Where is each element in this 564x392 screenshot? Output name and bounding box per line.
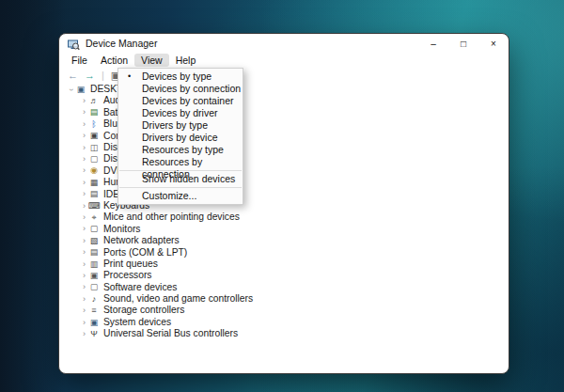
- view-menu-item-devices-by-connection[interactable]: Devices by connection: [118, 83, 243, 95]
- tree-item-label: Storage controllers: [103, 306, 184, 315]
- back-arrow-icon[interactable]: ←: [68, 71, 78, 81]
- maximize-icon: □: [461, 39, 466, 49]
- tree-item-label: Monitors: [103, 225, 140, 234]
- view-menu-item-resources-by-connection[interactable]: Resources by connection: [118, 156, 243, 168]
- tree-row-print-queues[interactable]: ›▥Print queues: [67, 259, 509, 270]
- tree-item-label: Ports (COM & LPT): [103, 248, 187, 258]
- window-title: Device Manager: [86, 38, 157, 49]
- mouse-icon: ⌖: [88, 213, 100, 222]
- tree-row-network-adapters[interactable]: ›▧Network adapters: [67, 235, 509, 246]
- menu-item-label: Drivers by type: [142, 119, 208, 131]
- expand-chevron-icon[interactable]: ›: [80, 260, 88, 269]
- menu-item-label: Customize...: [142, 190, 196, 201]
- expand-chevron-icon[interactable]: ›: [80, 144, 88, 152]
- tree-item-label: System devices: [103, 318, 171, 327]
- tree-item-label: Processors: [103, 271, 152, 280]
- menu-item-label: Devices by connection: [142, 83, 241, 94]
- view-menu-item-devices-by-container[interactable]: Devices by container: [118, 95, 243, 107]
- menu-item-label: Devices by type: [142, 71, 212, 82]
- title-bar[interactable]: Device Manager – □ ×: [59, 34, 509, 53]
- expand-chevron-icon[interactable]: ›: [80, 155, 88, 164]
- menubar-item-view[interactable]: View: [134, 54, 169, 67]
- expand-chevron-icon[interactable]: ›: [80, 295, 88, 304]
- expand-chevron-icon[interactable]: ›: [80, 330, 88, 338]
- expand-chevron-icon[interactable]: ›: [80, 97, 88, 105]
- tree-row-software-devices[interactable]: ›▢Software devices: [67, 282, 509, 293]
- tree-row-sound-video-and-game-controllers[interactable]: ›♪Sound, video and game controllers: [67, 293, 509, 305]
- tree-row-system-devices[interactable]: ›▣System devices: [67, 317, 509, 328]
- tree-item-label: Software devices: [103, 283, 177, 292]
- menu-item-label: Resources by type: [142, 144, 224, 155]
- tree-item-label: Sound, video and game controllers: [103, 294, 253, 304]
- expand-chevron-icon[interactable]: ›: [80, 202, 88, 211]
- menubar-item-file[interactable]: File: [65, 54, 94, 67]
- tree-row-ports-com-lpt[interactable]: ›▤Ports (COM & LPT): [67, 246, 509, 258]
- audio-speaker-icon: ♬: [88, 97, 100, 105]
- computer-icon: ▣: [75, 86, 86, 94]
- view-menu-item-customize[interactable]: Customize...: [118, 190, 243, 202]
- expand-chevron-icon[interactable]: ›: [80, 179, 88, 187]
- minimize-icon: –: [431, 39, 436, 49]
- expand-chevron-icon[interactable]: ›: [80, 225, 88, 233]
- monitor-icon: ▢: [88, 225, 100, 233]
- view-menu-item-drivers-by-device[interactable]: Drivers by device: [118, 132, 243, 144]
- menu-bar: FileActionViewHelp: [59, 53, 509, 68]
- disk-drive-icon: ◫: [88, 144, 100, 152]
- storage-controller-icon: ≡: [88, 306, 100, 315]
- tree-row-universal-serial-bus-controllers[interactable]: ›ΨUniversal Serial Bus controllers: [67, 328, 509, 339]
- hid-icon: ▦: [88, 179, 100, 187]
- processor-icon: ▣: [88, 272, 100, 280]
- tree-item-label: Network adapters: [103, 236, 180, 245]
- menu-item-label: Show hidden devices: [142, 173, 235, 184]
- network-adapter-icon: ▧: [88, 237, 100, 245]
- collapse-chevron-icon[interactable]: ›: [67, 86, 75, 94]
- expand-chevron-icon[interactable]: ›: [80, 306, 88, 315]
- tree-row-processors[interactable]: ›▣Processors: [67, 270, 509, 281]
- close-icon: ×: [491, 39, 496, 49]
- radio-bullet-icon: •: [128, 71, 131, 83]
- menubar-item-action[interactable]: Action: [94, 54, 134, 67]
- view-menu-item-devices-by-type[interactable]: •Devices by type: [118, 71, 243, 83]
- minimize-button[interactable]: –: [418, 34, 448, 53]
- tree-item-label: Mice and other pointing devices: [103, 212, 240, 222]
- view-menu-item-show-hidden-devices[interactable]: Show hidden devices: [118, 173, 243, 185]
- maximize-button[interactable]: □: [448, 34, 478, 53]
- toolbar-separator: |: [102, 70, 104, 81]
- expand-chevron-icon[interactable]: ›: [80, 132, 88, 140]
- expand-chevron-icon[interactable]: ›: [80, 120, 88, 129]
- tree-item-label: Universal Serial Bus controllers: [103, 329, 238, 338]
- expand-chevron-icon[interactable]: ›: [80, 319, 88, 327]
- printer-icon: ▥: [88, 260, 100, 269]
- menubar-item-help[interactable]: Help: [169, 54, 203, 67]
- tree-row-monitors[interactable]: ›▢Monitors: [67, 224, 509, 235]
- expand-chevron-icon[interactable]: ›: [80, 248, 88, 257]
- forward-arrow-icon[interactable]: →: [85, 71, 95, 81]
- expand-chevron-icon[interactable]: ›: [80, 213, 88, 222]
- expand-chevron-icon[interactable]: ›: [80, 108, 88, 117]
- view-menu-item-devices-by-driver[interactable]: Devices by driver: [118, 107, 243, 119]
- view-menu-dropdown: •Devices by typeDevices by connectionDev…: [118, 68, 243, 205]
- expand-chevron-icon[interactable]: ›: [80, 190, 88, 198]
- device-manager-window: Device Manager – □ × FileActionViewHelp …: [58, 33, 509, 374]
- window-controls: – □ ×: [418, 34, 509, 53]
- view-menu-item-resources-by-type[interactable]: Resources by type: [118, 144, 243, 156]
- bluetooth-icon: ᛒ: [88, 120, 100, 129]
- menu-separator: [119, 187, 242, 188]
- battery-icon: ▤: [88, 108, 100, 117]
- keyboard-icon: ⌨: [88, 202, 100, 211]
- software-device-icon: ▢: [88, 283, 100, 291]
- ide-controller-icon: ▤: [88, 190, 100, 198]
- tree-row-storage-controllers[interactable]: ›≡Storage controllers: [67, 305, 509, 316]
- usb-icon: Ψ: [88, 330, 100, 338]
- tree-row-mice-and-other-pointing-devices[interactable]: ›⌖Mice and other pointing devices: [67, 212, 509, 223]
- menu-item-label: Devices by driver: [142, 107, 218, 118]
- expand-chevron-icon[interactable]: ›: [80, 283, 88, 291]
- system-device-icon: ▣: [88, 319, 100, 327]
- view-menu-item-drivers-by-type[interactable]: Drivers by type: [118, 119, 243, 132]
- expand-chevron-icon[interactable]: ›: [80, 237, 88, 245]
- display-adapter-icon: ▢: [88, 155, 100, 164]
- close-button[interactable]: ×: [478, 34, 509, 53]
- expand-chevron-icon[interactable]: ›: [80, 166, 88, 175]
- expand-chevron-icon[interactable]: ›: [80, 272, 88, 280]
- tree-item-label: Print queues: [103, 259, 158, 269]
